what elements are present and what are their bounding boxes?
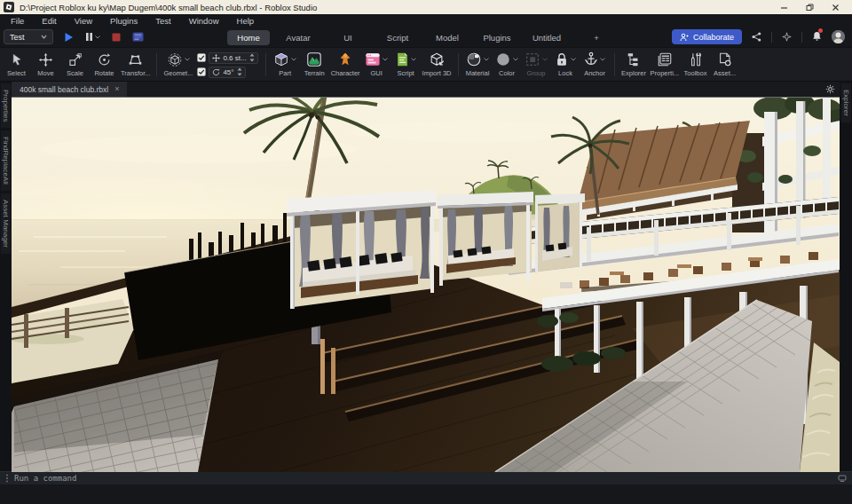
pause-button[interactable] [85,32,100,42]
dock-tab-asset-manager[interactable]: Asset Manager [1,193,11,254]
tab-close-icon[interactable]: × [114,85,119,93]
checkbox-checked-icon[interactable] [197,67,206,76]
tool-character[interactable]: Character [329,50,362,80]
gui-icon [365,52,381,67]
cursor-icon [9,52,24,67]
tab-plugins[interactable]: Plugins [472,30,522,45]
client-server-icon[interactable] [132,32,144,42]
tool-lock[interactable]: Lock [551,50,580,80]
move-icon [38,52,53,67]
anchor-icon [584,51,598,67]
3d-viewport[interactable] [12,97,840,472]
divider [801,32,802,43]
dock-tab-properties[interactable]: Properties [1,83,11,128]
menu-view[interactable]: View [66,16,101,26]
tool-anchor[interactable]: Anchor [580,50,610,80]
tool-script[interactable]: Script [391,50,421,80]
user-avatar[interactable] [832,30,845,43]
dock-tab-explorer[interactable]: Explorer [841,83,851,122]
tool-explorer[interactable]: Explorer [619,50,649,80]
part-icon [273,51,289,67]
material-icon [466,51,482,67]
tool-geometric[interactable]: Geomet... [162,50,194,80]
chevron-down-icon [542,58,548,61]
menu-test[interactable]: Test [146,16,179,26]
scale-icon [67,52,83,67]
tab-home[interactable]: Home [224,30,273,45]
tool-part[interactable]: Part [271,50,300,80]
tab-ui[interactable]: UI [323,30,373,45]
notification-dot [818,28,823,33]
drag-handle-icon[interactable] [5,474,9,483]
explorer-icon [626,51,642,67]
checkbox-checked-icon[interactable] [197,53,206,62]
chevron-down-icon [41,35,47,39]
stepper-icon[interactable] [249,53,255,62]
close-icon[interactable] [832,4,840,12]
tool-properties[interactable]: Properti... [649,50,682,80]
menu-bar: File Edit View Plugins Test Window Help [0,14,852,27]
notification-bell-icon[interactable] [812,29,822,45]
stop-icon[interactable] [112,33,121,42]
snap-rotate-field[interactable]: 45° [209,67,245,78]
collaborate-button[interactable]: Collaborate [672,29,742,44]
tool-select[interactable]: Select [2,50,31,80]
collaborate-person-icon [680,33,689,42]
tool-group[interactable]: Group [522,50,551,80]
tool-scale[interactable]: Scale [60,50,90,80]
tab-avatar[interactable]: Avatar [273,30,323,45]
test-mode-dropdown[interactable]: Test [4,29,53,44]
stepper-icon[interactable] [237,67,242,76]
geometric-icon [167,52,183,67]
tool-gui[interactable]: GUI [362,50,391,80]
restore-icon[interactable] [806,4,814,12]
tool-toolbox[interactable]: Toolbox [681,50,710,80]
snap-rotate-row: 45° [197,67,257,78]
assistant-sparkle-icon[interactable] [782,32,792,42]
tab-script[interactable]: Script [373,30,422,45]
chevron-down-icon [600,58,605,61]
rotate-snap-icon [212,68,220,76]
tool-rotate[interactable]: Rotate [90,50,119,80]
snap-move-field[interactable]: 0.6 st... [209,52,257,64]
document-tab[interactable]: 400k small beach club.rbxl × [12,82,127,97]
chevron-down-icon [571,58,576,61]
share-icon[interactable] [752,32,761,42]
menu-window[interactable]: Window [180,16,228,26]
ribbon-tab-strip: Home Avatar UI Script Model Plugins Unti… [224,27,621,48]
group-icon [525,51,540,67]
tab-model[interactable]: Model [422,30,472,45]
status-area [0,484,852,504]
terrain-icon [306,51,322,67]
roblox-studio-icon [4,2,14,12]
command-target-icon[interactable] [838,475,847,482]
tab-untitled[interactable]: Untitled [522,30,572,45]
tool-transform[interactable]: Transfor... [119,50,152,80]
menu-help[interactable]: Help [228,16,264,26]
move-snap-icon [212,54,220,62]
divider [458,53,459,76]
tool-material[interactable]: Material [463,50,493,80]
chevron-down-icon [95,35,100,39]
snap-settings: 0.6 st... 45° [194,50,260,80]
viewport-settings-gear-icon[interactable] [825,84,835,94]
play-icon[interactable] [64,32,74,43]
transform-icon [128,52,143,67]
asset-manager-icon [717,51,733,67]
toolbox-icon [688,51,704,67]
tool-asset-manager[interactable]: Asset... [710,50,739,80]
tool-terrain[interactable]: Terrain [300,50,329,80]
menu-plugins[interactable]: Plugins [101,16,146,26]
command-input[interactable] [14,474,832,483]
tool-move[interactable]: Move [31,50,60,80]
snap-move-row: 0.6 st... [197,52,257,64]
menu-edit[interactable]: Edit [33,16,65,26]
menu-file[interactable]: File [2,16,33,26]
tool-import3d[interactable]: Import 3D [421,50,454,80]
properties-icon [657,51,673,67]
dock-tab-findreplaceall[interactable]: FindReplaceAll [1,130,11,191]
tab-add[interactable]: + [572,30,621,45]
divider [265,53,266,76]
tool-color[interactable]: Color [493,50,522,80]
minimize-icon[interactable] [780,4,788,12]
